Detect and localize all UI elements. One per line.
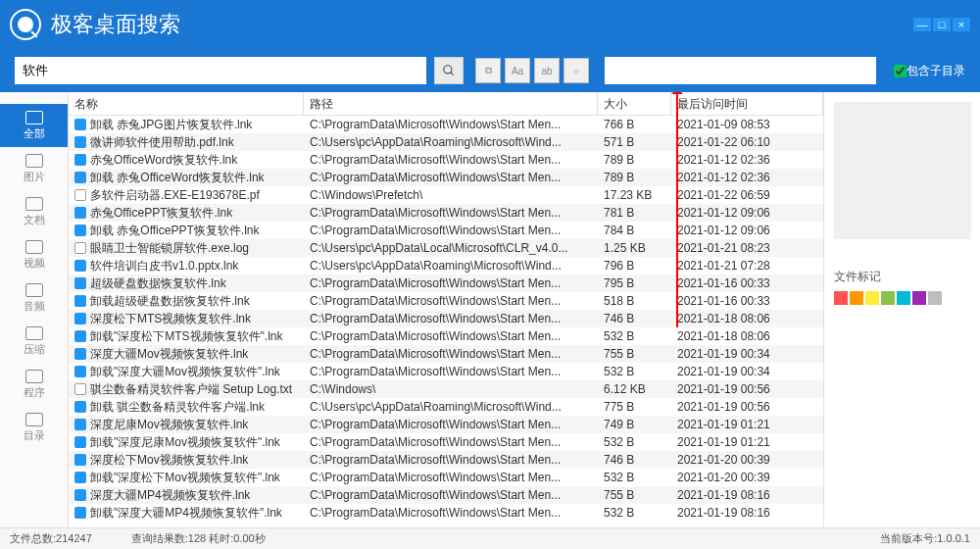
table-row[interactable]: 卸载"深度松下Mov视频恢复软件".lnkC:\ProgramData\Micr… [69, 469, 823, 486]
table-row[interactable]: 卸载 赤兔OfficeWord恢复软件.lnkC:\ProgramData\Mi… [69, 169, 823, 186]
table-row[interactable]: 深度大疆MP4视频恢复软件.lnkC:\ProgramData\Microsof… [69, 486, 823, 504]
file-icon [74, 366, 86, 377]
table-row[interactable]: 卸载"深度大疆Mov视频恢复软件".lnkC:\ProgramData\Micr… [69, 363, 823, 380]
table-row[interactable]: 微讲师软件使用帮助.pdf.lnkC:\Users\pc\AppData\Roa… [69, 133, 823, 151]
file-icon [74, 260, 86, 272]
search-input[interactable] [15, 57, 426, 84]
table-row[interactable]: 卸载"深度松下MTS视频恢复软件".lnkC:\ProgramData\Micr… [69, 327, 823, 345]
filter-input[interactable] [605, 57, 876, 84]
file-icon [74, 436, 86, 448]
tag-color[interactable] [928, 291, 942, 305]
table-row[interactable]: 深度松下Mov视频恢复软件.lnkC:\ProgramData\Microsof… [69, 451, 823, 469]
sidebar-icon [25, 326, 43, 340]
tag-colors [834, 291, 970, 305]
preview-box [834, 102, 971, 239]
app-logo-icon [10, 9, 41, 40]
file-icon [74, 119, 86, 130]
table-row[interactable]: 卸载 赤兔OfficePPT恢复软件.lnkC:\ProgramData\Mic… [69, 222, 823, 239]
file-icon [74, 383, 86, 395]
table-row[interactable]: 卸载"深度大疆MP4视频恢复软件".lnkC:\ProgramData\Micr… [69, 504, 823, 522]
sidebar-item-6[interactable]: 程序 [0, 363, 68, 406]
sidebar-item-3[interactable]: 视频 [0, 233, 68, 276]
file-icon [74, 295, 86, 307]
file-icon [74, 401, 86, 413]
table-row[interactable]: 超级硬盘数据恢复软件.lnkC:\ProgramData\Microsoft\W… [69, 274, 823, 292]
right-panel: 文件标记 [823, 92, 980, 527]
sidebar-item-4[interactable]: 音频 [0, 276, 68, 320]
tag-color[interactable] [850, 291, 863, 305]
file-icon [74, 136, 86, 148]
sidebar-item-1[interactable]: 图片 [0, 147, 68, 190]
version-label: 当前版本号:1.0.0.1 [880, 531, 970, 546]
sidebar-icon [25, 111, 43, 125]
table-row[interactable]: 卸载 骐尘数备精灵软件客户端.lnkC:\Users\pc\AppData\Ro… [69, 398, 823, 416]
maximize-button[interactable]: □ [933, 18, 951, 31]
col-time[interactable]: 最后访问时间 [671, 92, 823, 115]
file-icon [74, 489, 86, 501]
col-path[interactable]: 路径 [304, 92, 598, 115]
search-bar: ⧉ Aa ab ○ 包含子目录 [0, 49, 980, 92]
tag-color[interactable] [881, 291, 895, 305]
svg-point-0 [444, 66, 452, 74]
file-icon [74, 313, 86, 324]
file-icon [74, 172, 86, 183]
file-icon [74, 330, 86, 342]
include-subdir-checkbox[interactable]: 包含子目录 [894, 63, 965, 79]
tag-color[interactable] [834, 291, 848, 305]
toolbar-btn-case[interactable]: Aa [505, 58, 530, 83]
status-bar: 文件总数:214247 查询结果数:128 耗时:0.00秒 当前版本号:1.0… [0, 527, 980, 549]
toolbar-btn-regex[interactable]: ○ [564, 58, 589, 83]
file-icon [74, 189, 86, 201]
sidebar-item-2[interactable]: 文档 [0, 190, 68, 233]
tag-color[interactable] [865, 291, 879, 305]
tag-color[interactable] [912, 291, 926, 305]
search-button[interactable] [434, 57, 464, 84]
close-button[interactable]: × [953, 18, 970, 31]
table-row[interactable]: 多软件启动器.EXE-E193678E.pfC:\Windows\Prefetc… [69, 186, 823, 204]
file-icon [74, 507, 86, 519]
sidebar: 全部图片文档视频音频压缩程序目录 [0, 92, 69, 527]
minimize-button[interactable]: — [913, 18, 931, 31]
sidebar-icon [25, 197, 43, 211]
table-row[interactable]: 赤兔OfficePPT恢复软件.lnkC:\ProgramData\Micros… [69, 204, 823, 222]
result-count: 查询结果数:128 耗时:0.00秒 [131, 531, 266, 546]
file-icon [74, 472, 86, 483]
sidebar-icon [25, 154, 43, 168]
tags-title: 文件标记 [834, 269, 970, 285]
sidebar-icon [25, 240, 43, 254]
file-icon [74, 242, 86, 254]
sidebar-icon [25, 413, 43, 426]
file-icon [74, 419, 86, 430]
file-icon [74, 207, 86, 219]
titlebar: 极客桌面搜索 — □ × [0, 0, 980, 49]
table-row[interactable]: 眼睛卫士智能锁屏软件.exe.logC:\Users\pc\AppData\Lo… [69, 239, 823, 257]
col-size[interactable]: 大小 [598, 92, 671, 115]
table-row[interactable]: 深度尼康Mov视频恢复软件.lnkC:\ProgramData\Microsof… [69, 416, 823, 433]
file-icon [74, 154, 86, 166]
toolbar-btn-word[interactable]: ab [534, 58, 560, 83]
svg-line-1 [451, 73, 454, 75]
file-icon [74, 348, 86, 360]
table-row[interactable]: 深度大疆Mov视频恢复软件.lnkC:\ProgramData\Microsof… [69, 345, 823, 363]
table-row[interactable]: 骐尘数备精灵软件客户端 Setup Log.txtC:\Windows\6.12… [69, 380, 823, 398]
app-title: 极客桌面搜索 [51, 10, 180, 39]
tag-color[interactable] [897, 291, 910, 305]
table-row[interactable]: 赤兔OfficeWord恢复软件.lnkC:\ProgramData\Micro… [69, 151, 823, 169]
table-row[interactable]: 卸载"深度尼康Mov视频恢复软件".lnkC:\ProgramData\Micr… [69, 433, 823, 451]
sidebar-icon [25, 370, 43, 383]
file-list: 名称 路径 大小 最后访问时间 卸载 赤兔JPG图片恢复软件.lnkC:\Pro… [69, 92, 823, 527]
table-header: 名称 路径 大小 最后访问时间 [69, 92, 823, 116]
file-icon [74, 454, 86, 466]
table-row[interactable]: 软件培训白皮书v1.0.pptx.lnkC:\Users\pc\AppData\… [69, 257, 823, 274]
table-row[interactable]: 卸载超级硬盘数据恢复软件.lnkC:\ProgramData\Microsoft… [69, 292, 823, 310]
sidebar-item-7[interactable]: 目录 [0, 406, 68, 449]
total-count: 文件总数:214247 [10, 531, 92, 546]
sidebar-item-0[interactable]: 全部 [0, 104, 68, 147]
table-row[interactable]: 卸载 赤兔JPG图片恢复软件.lnkC:\ProgramData\Microso… [69, 116, 823, 133]
toolbar-btn-1[interactable]: ⧉ [475, 58, 501, 83]
sidebar-icon [25, 283, 43, 297]
sidebar-item-5[interactable]: 压缩 [0, 320, 68, 363]
file-icon [74, 277, 86, 289]
col-name[interactable]: 名称 [69, 92, 304, 115]
table-row[interactable]: 深度松下MTS视频恢复软件.lnkC:\ProgramData\Microsof… [69, 310, 823, 327]
